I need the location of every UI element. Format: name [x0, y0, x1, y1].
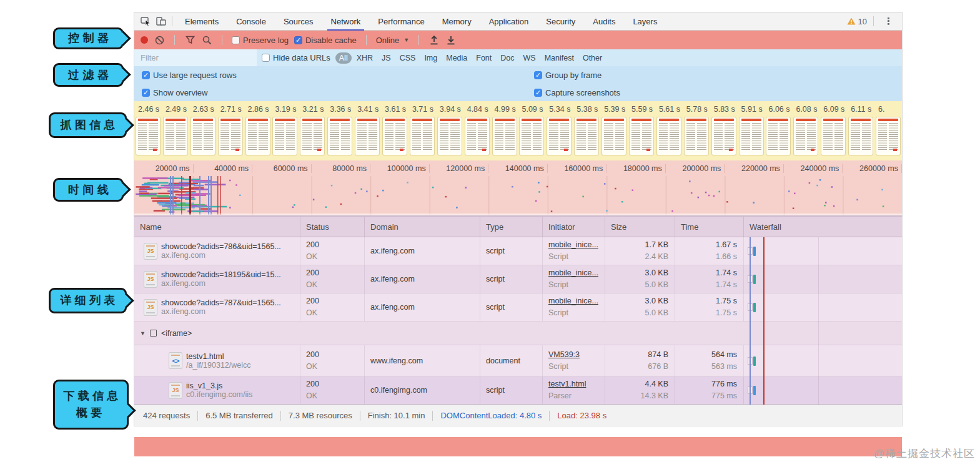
disable-cache-checkbox[interactable]: Disable cache — [294, 36, 357, 45]
request-row[interactable]: JSiis_v1_3.jsc0.ifengimg.com/iis200OKc0.… — [134, 376, 902, 405]
initiator-link[interactable]: mobile_inice... — [548, 295, 605, 307]
tab-elements[interactable]: Elements — [176, 12, 227, 31]
screenshot-thumbnail[interactable] — [630, 117, 653, 155]
screenshot-thumbnail[interactable] — [164, 117, 187, 155]
screenshot-thumbnail[interactable] — [355, 117, 379, 155]
request-row[interactable]: JSshowcode?adids=18195&uid=15...ax.ifeng… — [134, 265, 902, 293]
name-cell[interactable]: <>testv1.html/a_if/190312/weicc — [134, 345, 300, 376]
capture-screenshots-checkbox[interactable]: Capture screenshots — [534, 88, 620, 97]
group-by-frame-box[interactable] — [534, 71, 542, 79]
request-row[interactable]: <>testv1.html/a_if/190312/weicc200OKwww.… — [134, 345, 902, 376]
search-icon[interactable] — [201, 34, 212, 46]
type-filter-xhr[interactable]: XHR — [353, 52, 377, 64]
tab-console[interactable]: Console — [227, 12, 275, 31]
tab-memory[interactable]: Memory — [433, 12, 480, 31]
tab-performance[interactable]: Performance — [369, 12, 433, 31]
tab-layers[interactable]: Layers — [624, 12, 666, 31]
device-toolbar-icon[interactable] — [153, 14, 168, 28]
name-cell[interactable]: JSshowcode?adids=786&uid=1565...ax.ifeng… — [134, 237, 300, 265]
screenshot-thumbnail[interactable] — [191, 117, 215, 155]
hide-data-urls-checkbox[interactable]: Hide data URLs — [262, 53, 330, 62]
screenshot-thumbnail[interactable] — [685, 117, 708, 155]
show-overview-box[interactable] — [142, 89, 150, 97]
hide-data-urls-checkbox-box[interactable] — [262, 54, 270, 62]
type-filter-ws[interactable]: WS — [520, 52, 540, 64]
group-name-cell[interactable]: ▼<iframe> — [134, 322, 902, 345]
initiator-link[interactable]: VM539:3 — [548, 349, 605, 361]
use-large-request-rows-box[interactable] — [142, 71, 150, 79]
screenshot-thumbnail[interactable] — [219, 117, 242, 155]
waterfall-cell[interactable] — [743, 345, 902, 376]
type-filter-font[interactable]: Font — [472, 52, 495, 64]
screenshot-thumbnail[interactable] — [410, 117, 434, 155]
screenshot-thumbnail[interactable] — [740, 117, 763, 155]
import-har-icon[interactable] — [428, 34, 440, 46]
tab-security[interactable]: Security — [537, 12, 584, 31]
screenshot-thumbnail[interactable] — [657, 117, 681, 155]
screenshot-thumbnail[interactable] — [136, 117, 160, 155]
waterfall-cell[interactable] — [743, 237, 902, 265]
column-header-name[interactable]: Name — [134, 217, 300, 237]
tab-sources[interactable]: Sources — [275, 12, 322, 31]
screenshot-thumbnail[interactable] — [849, 117, 873, 155]
screenshot-thumbnail[interactable] — [547, 117, 571, 155]
disclosure-triangle-icon[interactable]: ▼ — [140, 330, 146, 337]
export-har-icon[interactable] — [445, 34, 457, 46]
type-filter-other[interactable]: Other — [579, 52, 606, 64]
screenshot-thumbnail[interactable] — [766, 117, 790, 155]
waterfall-cell[interactable] — [743, 265, 902, 293]
tab-application[interactable]: Application — [480, 12, 538, 31]
screenshot-thumbnail[interactable] — [273, 117, 297, 155]
disable-cache-checkbox-box[interactable] — [294, 36, 302, 44]
column-header-waterfall[interactable]: Waterfall — [743, 217, 902, 237]
capture-screenshots-box[interactable] — [534, 89, 542, 97]
screenshot-thumbnail[interactable] — [602, 117, 626, 155]
tab-audits[interactable]: Audits — [584, 12, 624, 31]
screenshot-thumbnail[interactable] — [493, 117, 517, 155]
screenshot-thumbnail[interactable] — [328, 117, 352, 155]
name-cell[interactable]: JSshowcode?adids=787&uid=1565...ax.ifeng… — [134, 293, 300, 321]
filter-icon[interactable] — [184, 34, 196, 46]
request-row[interactable]: JSshowcode?adids=786&uid=1565...ax.ifeng… — [134, 237, 902, 265]
screenshot-thumbnail[interactable] — [876, 117, 900, 155]
preserve-log-checkbox[interactable]: Preserve log — [232, 36, 289, 45]
type-filter-doc[interactable]: Doc — [497, 52, 518, 64]
name-cell[interactable]: JSiis_v1_3.jsc0.ifengimg.com/iis — [134, 376, 300, 404]
kebab-menu-icon[interactable]: ⋮ — [880, 16, 897, 27]
screenshot-thumbnail[interactable] — [383, 117, 407, 155]
type-filter-css[interactable]: CSS — [396, 52, 420, 64]
type-filter-media[interactable]: Media — [442, 52, 471, 64]
inspect-element-icon[interactable] — [138, 14, 153, 28]
initiator-link[interactable]: mobile_inice... — [548, 239, 605, 251]
throttling-dropdown[interactable]: Online ▼ — [376, 36, 410, 45]
use-large-request-rows-checkbox[interactable]: Use large request rows — [134, 71, 534, 80]
screenshot-thumbnail[interactable] — [246, 117, 270, 155]
record-button[interactable] — [141, 36, 148, 44]
screenshot-thumbnail[interactable] — [821, 117, 845, 155]
preserve-log-checkbox-box[interactable] — [232, 36, 240, 44]
group-by-frame-checkbox[interactable]: Group by frame — [534, 71, 601, 80]
initiator-link[interactable]: mobile_inice... — [548, 267, 605, 279]
screenshot-thumbnail[interactable] — [712, 117, 736, 155]
waterfall-cell[interactable] — [743, 376, 902, 404]
type-filter-manifest[interactable]: Manifest — [541, 52, 578, 64]
type-filter-all[interactable]: All — [335, 52, 352, 64]
clear-button[interactable] — [154, 34, 165, 46]
screenshot-thumbnail[interactable] — [794, 117, 818, 155]
waterfall-cell[interactable] — [743, 293, 902, 321]
screenshot-thumbnail[interactable] — [575, 117, 598, 155]
filter-input[interactable] — [134, 49, 257, 66]
screenshot-thumbnail[interactable] — [465, 117, 489, 155]
type-filter-img[interactable]: Img — [420, 52, 441, 64]
timeline-overview-graph[interactable] — [134, 176, 902, 217]
column-header-type[interactable]: Type — [480, 217, 542, 237]
tab-network[interactable]: Network — [322, 12, 370, 31]
column-header-time[interactable]: Time — [675, 217, 743, 237]
frame-group-row[interactable]: ▼<iframe> — [134, 322, 902, 345]
column-header-status[interactable]: Status — [300, 217, 364, 237]
initiator-link[interactable]: testv1.html — [548, 378, 605, 390]
timeline-overview[interactable]: 20000 ms40000 ms60000 ms80000 ms100000 m… — [134, 160, 902, 217]
column-header-domain[interactable]: Domain — [364, 217, 480, 237]
screenshot-thumbnail[interactable] — [300, 117, 324, 155]
column-header-initiator[interactable]: Initiator — [542, 217, 605, 237]
